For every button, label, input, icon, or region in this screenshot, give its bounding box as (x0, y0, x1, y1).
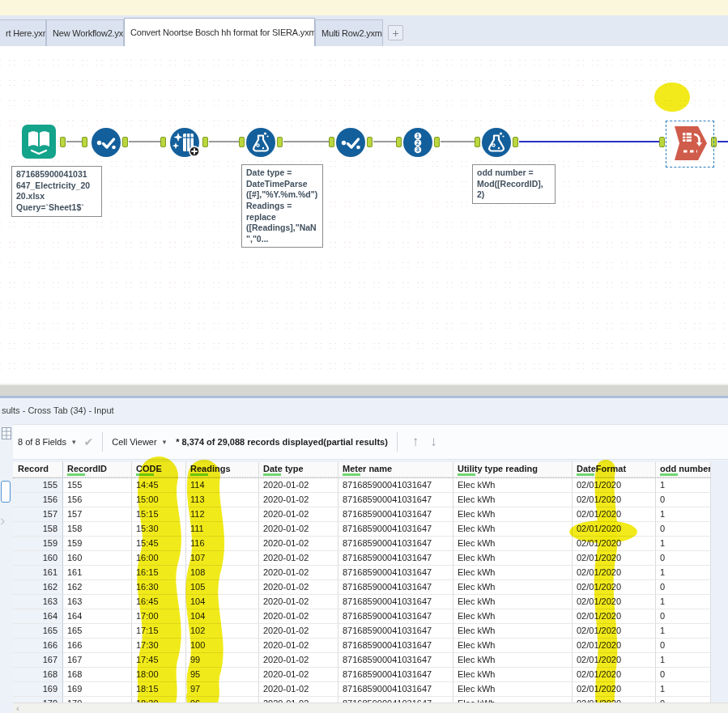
row-number-cell: 164 (13, 609, 63, 624)
table-cell: 16:30 (132, 580, 186, 595)
table-cell: 166 (63, 639, 132, 653)
fields-dropdown[interactable]: 8 of 8 Fields (18, 437, 66, 447)
table-row[interactable]: 16816818:00952020-01-0287168590004103164… (13, 668, 711, 682)
formula-tool[interactable] (246, 128, 275, 157)
cross-tab-tool[interactable] (673, 125, 709, 162)
connection-wire-selected (519, 141, 659, 142)
select-tool-2[interactable] (336, 128, 365, 157)
table-cell: 871685900041031647 (338, 653, 453, 668)
table-row[interactable]: 16916918:15972020-01-0287168590004103164… (13, 682, 711, 697)
table-cell: Elec kWh (453, 537, 573, 551)
column-header[interactable]: odd number (656, 462, 711, 477)
table-cell: 2020-01-02 (259, 624, 338, 639)
table-row[interactable]: 15615615:001132020-01-028716859000410316… (13, 493, 711, 507)
input-data-tool[interactable] (21, 124, 57, 159)
table-cell: 16:45 (132, 595, 186, 609)
table-row[interactable]: 16216216:301052020-01-028716859000410316… (13, 580, 711, 595)
table-cell: 17:30 (132, 639, 186, 653)
table-row[interactable]: 17017018:30962020-01-0287168590004103164… (13, 697, 711, 702)
column-header[interactable]: Meter name (338, 462, 453, 477)
output-anchor (367, 137, 373, 147)
connection-wire-selected (717, 141, 728, 142)
table-cell: 164 (63, 609, 132, 624)
output-anchor (513, 137, 518, 147)
table-cell: 16:00 (132, 551, 186, 566)
table-cell: 871685900041031647 (338, 639, 453, 653)
chevron-down-icon[interactable]: ▾ (163, 438, 167, 446)
table-mode-button[interactable] (1, 481, 11, 503)
column-header[interactable]: Date type (259, 462, 338, 477)
annotation-odd-number[interactable]: odd number = Mod([RecordID], 2) (472, 164, 556, 204)
table-row[interactable]: 15715715:151122020-01-028716859000410316… (13, 507, 711, 522)
column-header[interactable]: Record (13, 462, 63, 477)
table-cell: 0 (656, 551, 711, 566)
table-cell: 0 (656, 580, 711, 595)
chevron-down-icon[interactable]: ▾ (72, 438, 76, 446)
table-cell: 2020-01-02 (259, 551, 338, 566)
new-tab-button[interactable]: + (388, 25, 403, 40)
results-table-header: RecordRecordIDCODEReadingsDate typeMeter… (13, 462, 711, 478)
svg-text:2: 2 (416, 140, 419, 146)
table-row[interactable]: 15815815:301112020-01-028716859000410316… (13, 522, 711, 537)
column-header[interactable]: Utility type reading (453, 462, 573, 477)
column-header[interactable]: DateFormat (573, 462, 656, 477)
table-cell: 107 (186, 551, 259, 566)
table-row[interactable]: 16416417:001042020-01-028716859000410316… (13, 609, 711, 624)
table-row[interactable]: 16516517:151022020-01-028716859000410316… (13, 624, 711, 639)
column-header[interactable]: RecordID (63, 462, 132, 477)
tab-label: New Workflow2.yxmd (53, 28, 124, 38)
table-cell: 871685900041031647 (338, 595, 453, 609)
expand-chevron-icon[interactable]: › (0, 511, 5, 529)
table-cell: 871685900041031647 (338, 580, 453, 595)
table-cell: 15:45 (132, 537, 186, 551)
table-cell: 02/01/2020 (573, 682, 656, 697)
multi-row-formula-tool[interactable]: 1 2 3 (403, 128, 432, 157)
toolbar-divider (102, 432, 103, 452)
table-cell: 104 (186, 595, 259, 609)
scroll-down-icon[interactable]: ↓ (430, 434, 437, 450)
column-header[interactable]: Readings (186, 462, 259, 477)
table-cell: 105 (186, 580, 259, 595)
table-row[interactable]: 16716717:45992020-01-0287168590004103164… (13, 653, 711, 668)
scroll-left-icon[interactable]: ‹ (16, 703, 19, 713)
column-header[interactable]: CODE (132, 462, 186, 477)
table-cell: Elec kWh (453, 624, 573, 639)
formula-tool-2[interactable] (482, 128, 511, 157)
select-tool[interactable] (92, 128, 121, 157)
table-row[interactable]: 16616617:301002020-01-028716859000410316… (13, 639, 711, 653)
table-row[interactable]: 15915915:451162020-01-028716859000410316… (13, 537, 711, 551)
table-cell: Elec kWh (453, 580, 573, 595)
table-cell: 2020-01-02 (259, 478, 338, 493)
table-cell: 871685900041031647 (338, 551, 453, 566)
results-table[interactable]: RecordRecordIDCODEReadingsDate typeMeter… (13, 462, 711, 702)
table-cell: 169 (63, 682, 132, 697)
tab-convert-noortse-bosch[interactable]: Convert Noortse Bosch hh format for SIER… (124, 18, 315, 46)
tab-start-here[interactable]: rt Here.yxmd ✕ (0, 19, 46, 46)
row-number-cell: 168 (13, 668, 63, 682)
table-row[interactable]: 16316316:451042020-01-028716859000410316… (13, 595, 711, 609)
table-cell: 1 (656, 566, 711, 580)
tab-multi-row2[interactable]: Multi Row2.yxmd ✕ (315, 19, 383, 46)
scroll-up-icon[interactable]: ↑ (412, 434, 419, 450)
table-cell: 162 (63, 580, 132, 595)
data-cleansing-tool[interactable] (170, 128, 199, 157)
annotation-input-file[interactable]: 871685900041031 647_Electricity_20 20.xl… (11, 166, 102, 217)
results-panel-title: sults - Cross Tab (34) - Input (2, 405, 114, 415)
cell-viewer-dropdown[interactable]: Cell Viewer (112, 437, 156, 447)
table-view-icon[interactable] (2, 427, 11, 439)
horizontal-scrollbar[interactable]: ‹ (13, 702, 728, 713)
connection-wire (209, 141, 239, 142)
table-cell: Elec kWh (453, 566, 573, 580)
table-row[interactable]: 16116116:151082020-01-028716859000410316… (13, 566, 711, 580)
tab-new-workflow2[interactable]: New Workflow2.yxmd ✕ (46, 19, 124, 46)
workflow-canvas[interactable]: 1 2 3 (0, 46, 728, 384)
table-row[interactable]: 15515514:451142020-01-028716859000410316… (13, 478, 711, 493)
document-tabbar: rt Here.yxmd ✕ New Workflow2.yxmd ✕ Conv… (0, 15, 728, 47)
table-cell: 102 (186, 624, 259, 639)
table-row[interactable]: 16016016:001072020-01-028716859000410316… (13, 551, 711, 566)
annotation-formula[interactable]: Date type = DateTimeParse ([#],"%Y.%m.%d… (241, 164, 323, 248)
select-icon (92, 128, 121, 157)
table-cell: Elec kWh (453, 668, 573, 682)
table-cell: 02/01/2020 (573, 537, 656, 551)
table-cell: 0 (656, 668, 711, 682)
